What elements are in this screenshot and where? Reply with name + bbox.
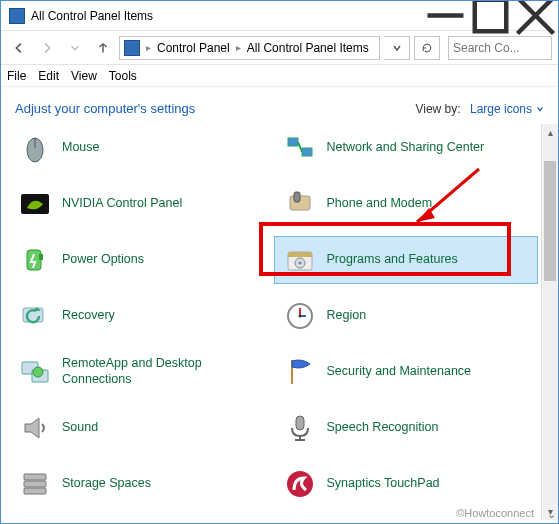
svg-point-22 <box>298 315 301 318</box>
breadcrumb-root[interactable]: Control Panel <box>157 41 230 55</box>
item-storage-spaces[interactable]: Storage Spaces <box>9 460 274 508</box>
security-flag-icon <box>283 355 317 389</box>
svg-rect-27 <box>296 416 304 430</box>
control-panel-icon <box>9 8 25 24</box>
synaptics-icon <box>283 467 317 501</box>
view-by-dropdown[interactable]: Large icons <box>470 102 544 116</box>
item-sound[interactable]: Sound <box>9 404 274 452</box>
up-button[interactable] <box>91 36 115 60</box>
menu-view[interactable]: View <box>71 69 97 83</box>
item-label: Speech Recognition <box>327 420 439 436</box>
control-panel-icon <box>124 40 140 56</box>
minimize-button[interactable] <box>423 1 468 30</box>
item-sync-center[interactable]: Sync Center <box>9 516 274 520</box>
menu-bar: File Edit View Tools <box>1 65 558 87</box>
programs-icon <box>283 243 317 277</box>
item-label: Programs and Features <box>327 252 458 268</box>
nvidia-icon <box>18 187 52 221</box>
item-label: Phone and Modem <box>327 196 433 212</box>
recent-locations-button[interactable] <box>63 36 87 60</box>
address-bar[interactable]: ▸ Control Panel ▸ All Control Panel Item… <box>119 36 380 60</box>
svg-rect-13 <box>39 254 43 260</box>
breadcrumb-current[interactable]: All Control Panel Items <box>247 41 369 55</box>
item-phone-modem[interactable]: Phone and Modem <box>274 180 539 228</box>
item-label: Security and Maintenance <box>327 364 472 380</box>
title-bar: All Control Panel Items <box>1 1 558 31</box>
item-label: Mouse <box>62 140 100 156</box>
item-nvidia[interactable]: NVIDIA Control Panel <box>9 180 274 228</box>
storage-icon <box>18 467 52 501</box>
view-by-label: View by: <box>415 102 460 116</box>
forward-button[interactable] <box>35 36 59 60</box>
svg-rect-32 <box>24 488 46 494</box>
vertical-scrollbar[interactable]: ▴ ▾ <box>541 124 558 520</box>
content-area: Mouse Network and Sharing Center NVIDIA … <box>1 124 558 520</box>
search-box[interactable] <box>448 36 552 60</box>
power-icon <box>18 243 52 277</box>
item-recovery[interactable]: Recovery <box>9 292 274 340</box>
item-synaptics-touchpad[interactable]: Synaptics TouchPad <box>274 460 539 508</box>
item-label: Sound <box>62 420 98 436</box>
svg-rect-15 <box>288 252 312 257</box>
close-button[interactable] <box>513 1 558 30</box>
item-power-options[interactable]: Power Options <box>9 236 274 284</box>
item-label: NVIDIA Control Panel <box>62 196 182 212</box>
navigation-bar: ▸ Control Panel ▸ All Control Panel Item… <box>1 31 558 65</box>
view-by-control: View by: Large icons <box>415 102 544 116</box>
refresh-button[interactable] <box>414 36 440 60</box>
search-input[interactable] <box>453 41 547 55</box>
item-speech-recognition[interactable]: Speech Recognition <box>274 404 539 452</box>
remoteapp-icon <box>18 355 52 389</box>
item-programs-features[interactable]: Programs and Features <box>274 236 539 284</box>
maximize-button[interactable] <box>468 1 513 30</box>
scroll-up-button[interactable]: ▴ <box>542 124 558 141</box>
item-network-sharing[interactable]: Network and Sharing Center <box>274 124 539 172</box>
item-security-maintenance[interactable]: Security and Maintenance <box>274 348 539 396</box>
item-label: Power Options <box>62 252 144 268</box>
item-label: RemoteApp and Desktop Connections <box>62 356 265 387</box>
item-region[interactable]: Region <box>274 292 539 340</box>
svg-point-25 <box>33 367 43 377</box>
page-heading: Adjust your computer's settings <box>15 101 415 116</box>
svg-line-8 <box>298 142 302 152</box>
svg-rect-31 <box>24 481 46 487</box>
menu-file[interactable]: File <box>7 69 26 83</box>
back-button[interactable] <box>7 36 31 60</box>
menu-edit[interactable]: Edit <box>38 69 59 83</box>
menu-tools[interactable]: Tools <box>109 69 137 83</box>
item-remoteapp[interactable]: RemoteApp and Desktop Connections <box>9 348 274 396</box>
svg-rect-11 <box>294 192 300 202</box>
chevron-right-icon: ▸ <box>234 42 243 53</box>
address-dropdown-button[interactable] <box>384 36 410 60</box>
item-label: Region <box>327 308 367 324</box>
phone-modem-icon <box>283 187 317 221</box>
network-icon <box>283 131 317 165</box>
settings-header: Adjust your computer's settings View by:… <box>1 87 558 124</box>
item-label: Network and Sharing Center <box>327 140 485 156</box>
sound-icon <box>18 411 52 445</box>
item-mouse[interactable]: Mouse <box>9 124 274 172</box>
svg-rect-1 <box>475 0 507 31</box>
item-label: Recovery <box>62 308 115 324</box>
view-by-value: Large icons <box>470 102 532 116</box>
microphone-icon <box>283 411 317 445</box>
svg-rect-6 <box>288 138 298 146</box>
window-title: All Control Panel Items <box>31 9 423 23</box>
chevron-down-icon <box>536 105 544 113</box>
recovery-icon <box>18 299 52 333</box>
mouse-icon <box>18 131 52 165</box>
item-label: Synaptics TouchPad <box>327 476 440 492</box>
region-icon <box>283 299 317 333</box>
item-label: Storage Spaces <box>62 476 151 492</box>
svg-point-17 <box>298 262 301 265</box>
chevron-right-icon: ▸ <box>144 42 153 53</box>
watermark: ©Howtoconnect <box>456 507 534 519</box>
chevron-down-icon: ⌄ <box>547 508 556 521</box>
svg-rect-30 <box>24 474 46 480</box>
svg-rect-7 <box>302 148 312 156</box>
scrollbar-thumb[interactable] <box>544 161 556 281</box>
